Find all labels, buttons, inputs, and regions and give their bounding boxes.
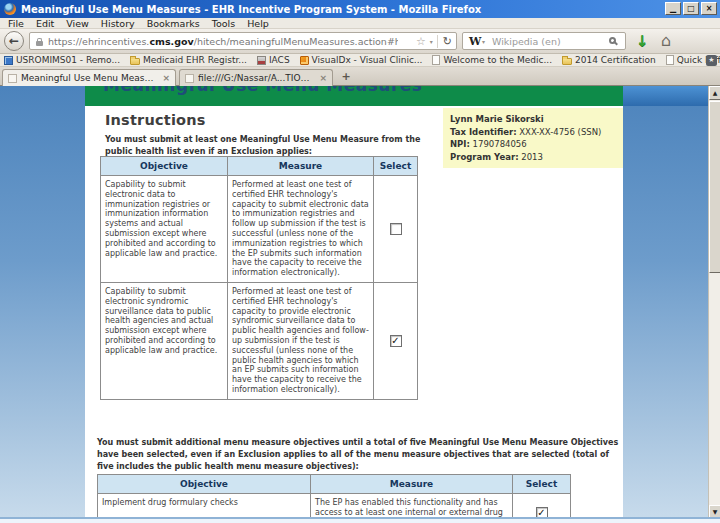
measure-column-header: Measure — [311, 475, 513, 494]
url-path: /hitech/meaningfulMenuMeasures.action#hi… — [194, 36, 398, 47]
tab-close-icon[interactable]: × — [162, 73, 170, 83]
menu-history[interactable]: History — [95, 18, 141, 29]
menu-edit[interactable]: Edit — [30, 18, 60, 29]
reload-icon[interactable]: ↻ — [437, 35, 452, 48]
measure-column-header: Measure — [228, 157, 374, 176]
page-title: Meaningful Use Menu Measures — [103, 86, 422, 95]
user-program-year: Program Year: 2013 — [450, 151, 616, 164]
page-banner: Meaningful Use Menu Measures — [85, 86, 623, 106]
search-engine-icon[interactable]: W — [469, 34, 481, 49]
bookmarks-toolbar: USROMIMS01 - Remo... Medicaid EHR Regist… — [0, 54, 720, 67]
tab-file-report[interactable]: file:///G:/Nassar/A...TION2013EPORT.html… — [179, 69, 333, 86]
public-health-measures-table: Objective Measure Select Capability to s… — [100, 156, 418, 400]
search-engine-dropdown-icon[interactable]: ▾ — [482, 38, 485, 45]
user-info-box: Lynn Marie Sikorski Tax Identifier: XXX-… — [443, 108, 623, 168]
menu-file[interactable]: File — [2, 18, 30, 29]
syndromic-surveillance-select-checkbox[interactable]: ✓ — [390, 335, 402, 347]
search-input[interactable]: W ▾ Wikipedia (en) — [462, 32, 626, 50]
tab-bar: Meaningful Use Menu Measures - EHR In...… — [0, 67, 720, 86]
immunization-select-checkbox[interactable] — [390, 223, 402, 235]
page-icon — [666, 55, 674, 65]
browser-window: Meaningful Use Menu Measures - EHR Incen… — [0, 0, 720, 523]
measure-cell: Performed at least one test of certified… — [228, 176, 374, 283]
window-controls: ▁ □ × — [665, 2, 717, 15]
url-text: https://ehrincentives.cms.gov/hitech/mea… — [48, 33, 398, 50]
tab-close-icon[interactable]: × — [319, 73, 327, 83]
page-viewport: Meaningful Use Menu Measures Lynn Marie … — [0, 86, 720, 523]
bookmark-label: 2014 Certification — [575, 55, 656, 65]
page-icon — [432, 55, 440, 65]
select-cell — [374, 176, 418, 283]
back-button[interactable]: ← — [4, 31, 24, 51]
restore-button[interactable]: □ — [683, 2, 699, 15]
table-row: Capability to submit electronic data to … — [101, 176, 418, 283]
menu-bar: File Edit View History Bookmarks Tools H… — [0, 18, 720, 29]
visualdx-icon — [300, 56, 309, 65]
url-bar[interactable]: https://ehrincentives.cms.gov/hitech/mea… — [29, 32, 457, 50]
window-title: Meaningful Use Menu Measures - EHR Incen… — [21, 4, 481, 15]
menu-help[interactable]: Help — [241, 18, 275, 29]
bookmark-label: Medicaid EHR Registr... — [143, 55, 247, 65]
scrollbar-thumb[interactable] — [709, 101, 720, 273]
menu-bookmarks[interactable]: Bookmarks — [141, 18, 206, 29]
additional-measures-instruction-text: You must submit additional menu measure … — [97, 437, 624, 473]
window-titlebar: Meaningful Use Menu Measures - EHR Incen… — [0, 0, 720, 18]
table-row: Capability to submit electronic syndromi… — [101, 282, 418, 399]
remote-app-icon — [4, 56, 13, 65]
firefox-icon — [4, 3, 16, 15]
bookmark-label: USROMIMS01 - Remo... — [16, 55, 120, 65]
new-tab-button[interactable]: + — [338, 71, 354, 84]
bookmark-item-visualdx[interactable]: VisualDx - Visual Clinic... — [300, 55, 423, 65]
search-icon[interactable] — [609, 37, 616, 44]
bookmark-item-medicaid-ehr[interactable]: Medicaid EHR Registr... — [130, 55, 247, 65]
measure-cell: Performed at least one test of certified… — [228, 282, 374, 399]
search-placeholder: Wikipedia (en) — [492, 33, 561, 50]
select-column-header: Select — [513, 475, 571, 494]
tab-favicon — [8, 74, 17, 83]
user-name: Lynn Marie Sikorski — [450, 113, 616, 126]
bookmark-item-usromims01[interactable]: USROMIMS01 - Remo... — [4, 55, 120, 65]
objective-cell: Capability to submit electronic data to … — [101, 176, 228, 283]
instructions-heading: Instructions — [105, 112, 206, 128]
folder-icon — [130, 58, 140, 65]
url-domain: cms.gov — [149, 36, 193, 47]
tab-favicon — [185, 74, 194, 83]
page-content: Lynn Marie Sikorski Tax Identifier: XXX-… — [85, 106, 623, 523]
scroll-up-icon[interactable]: ▲ — [709, 86, 720, 100]
menu-tools[interactable]: Tools — [206, 18, 241, 29]
objective-cell: Capability to submit electronic syndromi… — [101, 282, 228, 399]
tab-label: Meaningful Use Menu Measures - EHR In... — [21, 73, 158, 83]
tab-meaningful-use[interactable]: Meaningful Use Menu Measures - EHR In...… — [2, 69, 176, 86]
bookmark-item-iacs[interactable]: IACS — [257, 55, 290, 65]
table-header-row: Objective Measure Select — [98, 475, 571, 494]
navigation-toolbar: ← https://ehrincentives.cms.gov/hitech/m… — [0, 29, 720, 54]
bookmark-label: Welcome to the Medic... — [443, 55, 552, 65]
folder-icon — [562, 58, 572, 65]
bookmark-label: VisualDx - Visual Clinic... — [312, 55, 423, 65]
user-npi: NPI: 1790784056 — [450, 138, 616, 151]
select-cell: ✓ — [374, 282, 418, 399]
table-header-row: Objective Measure Select — [101, 157, 418, 176]
close-button[interactable]: × — [701, 2, 717, 15]
vertical-scrollbar[interactable]: ▲ ▼ — [708, 86, 720, 523]
bookmarks-toggle-icon[interactable]: ★ — [706, 55, 717, 66]
downloads-icon[interactable]: ↓ — [636, 31, 649, 51]
url-dropdown-icon[interactable]: ▾ — [430, 38, 433, 45]
home-icon[interactable]: ⌂ — [661, 29, 671, 53]
tab-label: file:///G:/Nassar/A...TION2013EPORT.html — [198, 73, 315, 83]
minimize-button[interactable]: ▁ — [665, 2, 681, 15]
menu-view[interactable]: View — [60, 18, 95, 29]
window-bottom-edge — [0, 517, 720, 523]
banner-right-segment — [623, 86, 708, 106]
bookmark-item-2014-certification[interactable]: 2014 Certification — [562, 55, 656, 65]
select-column-header: Select — [374, 157, 418, 176]
public-health-instruction-text: You must submit at least one Meaningful … — [105, 134, 427, 157]
menu-measures-table: Objective Measure Select Implement drug … — [97, 474, 571, 523]
bookmark-label: IACS — [269, 55, 290, 65]
bookmark-item-welcome-medicare[interactable]: Welcome to the Medic... — [432, 55, 552, 65]
bookmark-star-icon[interactable]: ☆ — [416, 35, 426, 48]
padlock-icon — [36, 41, 43, 46]
url-prefix: https://ehrincentives. — [48, 36, 149, 47]
url-bar-icons: ☆ ▾ ↻ — [416, 33, 452, 50]
objective-column-header: Objective — [98, 475, 311, 494]
